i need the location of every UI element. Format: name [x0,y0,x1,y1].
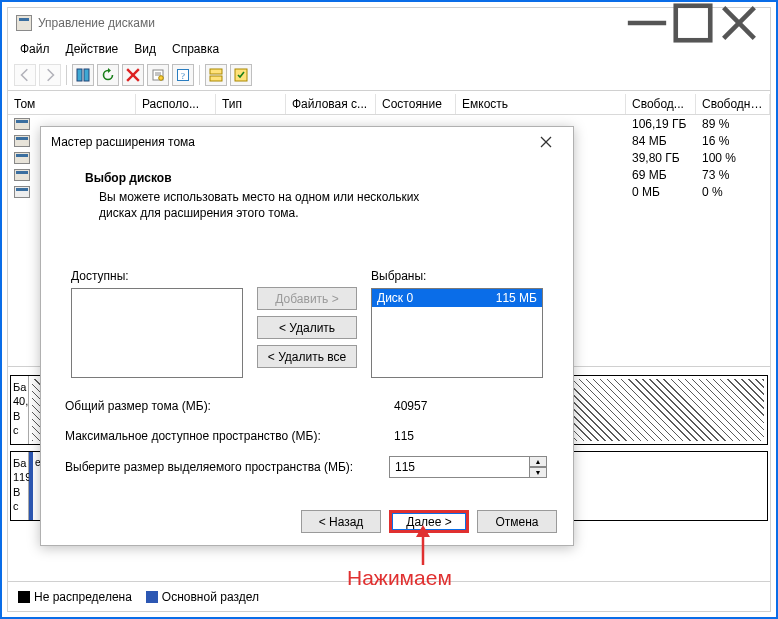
menu-view[interactable]: Вид [128,40,162,58]
minimize-icon [624,0,670,46]
tool-forward-button[interactable] [39,64,61,86]
dialog-heading: Выбор дисков [85,171,549,185]
svg-rect-1 [676,6,711,41]
svg-point-11 [159,76,164,81]
tool-help-button[interactable]: ? [172,64,194,86]
dialog-close-button[interactable] [529,129,563,155]
annotation-text: Нажимаем [347,566,452,590]
legend-unallocated: Не распределена [18,590,132,604]
col-capacity[interactable]: Емкость [456,94,626,114]
svg-text:?: ? [181,71,185,81]
col-tip[interactable]: Тип [216,94,286,114]
svg-marker-20 [416,525,430,537]
remove-button[interactable]: < Удалить [257,316,357,339]
available-label: Доступны: [71,269,243,283]
panels-icon [76,68,90,82]
window-minimize-button[interactable] [624,8,670,38]
max-space-value: 115 [389,426,549,446]
window-maximize-button[interactable] [670,8,716,38]
legend-swatch-unallocated [18,591,30,603]
cell-free-pct: 73 % [696,168,735,182]
layout-check-icon [234,68,248,82]
arrow-right-icon [43,68,57,82]
list-item[interactable]: Диск 0 115 МБ [372,289,542,307]
select-size-label: Выберите размер выделяемого пространства… [65,460,389,474]
available-disks-list[interactable] [71,288,243,378]
add-button[interactable]: Добавить > [257,287,357,310]
remove-all-button[interactable]: < Удалить все [257,345,357,368]
tool-properties-button[interactable] [147,64,169,86]
svg-rect-5 [84,69,89,81]
spinner-down-button[interactable]: ▼ [529,467,547,478]
properties-icon [151,68,165,82]
svg-rect-14 [210,69,222,74]
refresh-icon [101,68,115,82]
col-freepct[interactable]: Свободно % [696,94,770,114]
size-spinner: ▲ ▼ [529,456,547,478]
close-icon [716,0,762,46]
volume-icon [14,118,30,130]
layout-icon [209,68,223,82]
list-item-size: 115 МБ [496,291,537,305]
window-title: Управление дисками [38,16,155,30]
volume-table-header: Том Располо... Тип Файловая с... Состоян… [8,93,770,115]
max-space-label: Максимальное доступное пространство (МБ)… [65,429,389,443]
legend-primary: Основной раздел [146,590,259,604]
cell-free-pct: 89 % [696,117,735,131]
tool-delete-button[interactable] [122,64,144,86]
volume-icon [14,152,30,164]
volume-icon [14,186,30,198]
disk-info: Ба 119 В с [11,452,29,520]
toolbar: ? [8,62,770,91]
selected-disks-list[interactable]: Диск 0 115 МБ [371,288,543,378]
cell-free: 39,80 ГБ [626,151,696,165]
toolbar-separator [199,65,200,85]
x-icon [126,68,140,82]
list-item-disk: Диск 0 [377,291,496,305]
menu-help[interactable]: Справка [166,40,225,58]
volume-icon [14,169,30,181]
svg-rect-15 [210,76,222,81]
tool-back-button[interactable] [14,64,36,86]
back-button[interactable]: < Назад [301,510,381,533]
tool-views-button[interactable] [72,64,94,86]
volume-icon [14,135,30,147]
total-size-label: Общий размер тома (МБ): [65,399,389,413]
annotation-arrow-icon [411,525,435,569]
disk-info: Ба 40, В с [11,376,29,444]
cancel-button[interactable]: Отмена [477,510,557,533]
app-icon [16,15,32,31]
cell-free: 69 МБ [626,168,696,182]
toolbar-separator [66,65,67,85]
window-titlebar: Управление дисками [8,8,770,38]
total-size-value: 40957 [389,396,549,416]
arrow-left-icon [18,68,32,82]
spinner-up-button[interactable]: ▲ [529,456,547,467]
window-close-button[interactable] [716,8,762,38]
col-fs[interactable]: Файловая с... [286,94,376,114]
selected-label: Выбраны: [371,269,543,283]
col-tom[interactable]: Том [8,94,136,114]
dialog-title: Мастер расширения тома [51,135,195,149]
extend-volume-wizard-dialog: Мастер расширения тома Выбор дисков Вы м… [40,126,574,546]
legend-swatch-primary [146,591,158,603]
cell-free-pct: 16 % [696,134,735,148]
close-icon [540,136,552,148]
help-icon: ? [176,68,190,82]
cell-free: 84 МБ [626,134,696,148]
tool-layout1-button[interactable] [205,64,227,86]
cell-free-pct: 0 % [696,185,729,199]
col-raspol[interactable]: Располо... [136,94,216,114]
maximize-icon [670,0,716,46]
col-free[interactable]: Свобод... [626,94,696,114]
tool-layout2-button[interactable] [230,64,252,86]
tool-refresh-button[interactable] [97,64,119,86]
cell-free-pct: 100 % [696,151,742,165]
menu-file[interactable]: Файл [14,40,56,58]
cell-free: 0 МБ [626,185,696,199]
dialog-subheading: Вы можете использовать место на одном ил… [99,189,459,221]
select-size-input[interactable] [389,456,529,478]
svg-rect-4 [77,69,82,81]
menu-action[interactable]: Действие [60,40,125,58]
col-state[interactable]: Состояние [376,94,456,114]
